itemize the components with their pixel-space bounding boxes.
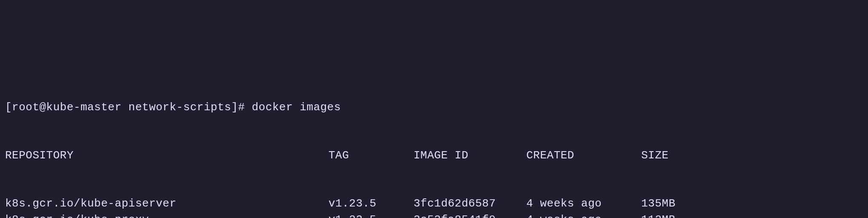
table-row: k8s.gcr.io/kube-apiserverv1.23.53fc1d62d… bbox=[5, 196, 863, 212]
header-image-id: IMAGE ID bbox=[414, 148, 526, 164]
cell-tag: v1.23.5 bbox=[328, 212, 414, 218]
table-row: k8s.gcr.io/kube-proxyv1.23.53c53fa8541f9… bbox=[5, 212, 863, 218]
cell-repository: k8s.gcr.io/kube-apiserver bbox=[5, 196, 328, 212]
cell-repository: k8s.gcr.io/kube-proxy bbox=[5, 212, 328, 218]
header-tag: TAG bbox=[328, 148, 414, 164]
command-text: docker images bbox=[252, 100, 341, 116]
shell-prompt: [root@kube-master network-scripts]# bbox=[5, 100, 252, 116]
header-created: CREATED bbox=[526, 148, 641, 164]
table-header: REPOSITORYTAGIMAGE IDCREATEDSIZE bbox=[5, 148, 863, 164]
terminal-output[interactable]: [root@kube-master network-scripts]# dock… bbox=[5, 68, 863, 218]
cell-image-id: 3c53fa8541f9 bbox=[414, 212, 526, 218]
cell-tag: v1.23.5 bbox=[328, 196, 414, 212]
cell-image-id: 3fc1d62d6587 bbox=[414, 196, 526, 212]
cell-size: 135MB bbox=[641, 196, 676, 212]
header-repository: REPOSITORY bbox=[5, 148, 328, 164]
cell-created: 4 weeks ago bbox=[526, 196, 641, 212]
cell-created: 4 weeks ago bbox=[526, 212, 641, 218]
command-line: [root@kube-master network-scripts]# dock… bbox=[5, 100, 863, 116]
header-size: SIZE bbox=[641, 148, 668, 164]
cell-size: 112MB bbox=[641, 212, 676, 218]
